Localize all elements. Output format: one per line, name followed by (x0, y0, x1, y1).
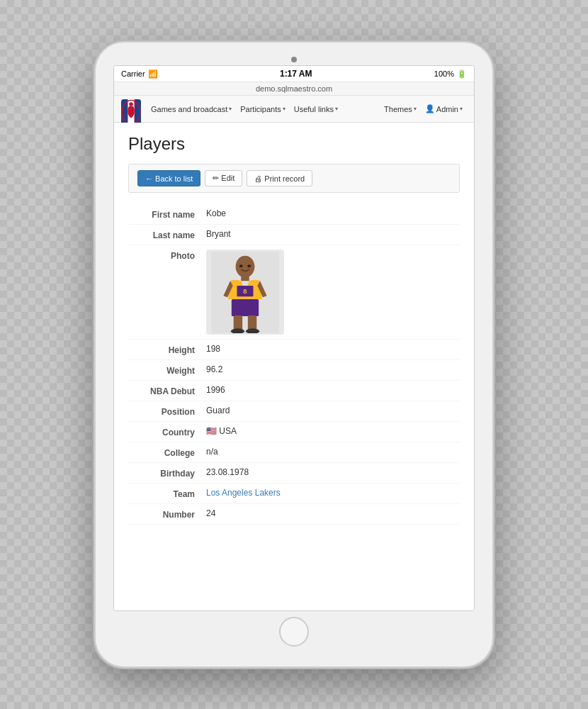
tablet-screen: Carrier 📶 1:17 AM 100% 🔋 demo.sqlmaestro… (113, 65, 475, 611)
chevron-down-icon: ▾ (283, 106, 285, 112)
field-value-lastname: Bryant (206, 229, 460, 239)
url-text: demo.sqlmaestro.com (256, 84, 332, 93)
tablet-top (107, 57, 481, 62)
field-label-firstname: First name (128, 208, 206, 220)
chevron-down-icon: ▾ (229, 106, 232, 112)
team-link[interactable]: Los Angeles Lakers (206, 488, 281, 498)
record-row: Birthday 23.08.1978 (128, 463, 460, 484)
nav-links[interactable]: Useful links ▾ (290, 101, 342, 118)
field-value-firstname: Kobe (206, 208, 460, 218)
record-row: First name Kobe (128, 204, 460, 225)
field-label-number: Number (128, 508, 206, 520)
svg-point-8 (236, 255, 255, 277)
home-button[interactable] (279, 617, 309, 647)
record-row: Photo (128, 245, 460, 340)
url-bar[interactable]: demo.sqlmaestro.com (114, 82, 474, 96)
record-row: Country 🇺🇸 USA (128, 422, 460, 442)
field-label-country: Country (128, 426, 206, 437)
field-value-nbadebut: 1996 (206, 385, 460, 395)
field-value-country: 🇺🇸 USA (206, 426, 460, 436)
battery-icon: 🔋 (457, 69, 467, 79)
field-label-birthday: Birthday (128, 467, 206, 479)
field-value-number: 24 (206, 508, 460, 518)
record-row: Team Los Angeles Lakers (128, 484, 460, 504)
chevron-down-icon: ▾ (414, 106, 417, 112)
chevron-down-icon: ▾ (335, 106, 338, 112)
field-value-photo: 8 (206, 250, 460, 335)
status-bar-left: Carrier 📶 (121, 69, 158, 79)
field-value-weight: 96.2 (206, 364, 460, 374)
nav-admin[interactable]: 👤 Admin ▾ (421, 100, 467, 118)
status-bar-right: 100% 🔋 (434, 69, 467, 79)
nav-items: Games and broadcast ▾ Participants ▾ Use… (147, 100, 467, 118)
record-row: Number 24 (128, 504, 460, 525)
battery-label: 100% (434, 69, 454, 78)
record-row: NBA Debut 1996 (128, 381, 460, 401)
field-label-team: Team (128, 488, 206, 499)
record-row: Last name Bryant (128, 225, 460, 245)
field-label-nbadebut: NBA Debut (128, 385, 206, 396)
action-bar: ← Back to list ✏ Edit 🖨 Print record (128, 164, 460, 193)
svg-point-6 (129, 102, 133, 106)
record-row: College n/a (128, 442, 460, 463)
field-value-team: Los Angeles Lakers (206, 488, 460, 498)
print-button[interactable]: 🖨 Print record (247, 170, 312, 186)
status-time: 1:17 AM (280, 69, 312, 79)
nav-games[interactable]: Games and broadcast ▾ (147, 101, 236, 118)
field-value-college: n/a (206, 447, 460, 457)
back-to-list-button[interactable]: ← Back to list (137, 170, 200, 186)
nav-right: Themes ▾ 👤 Admin ▾ (380, 100, 467, 118)
player-photo: 8 (206, 250, 284, 335)
nav-bar: Games and broadcast ▾ Participants ▾ Use… (114, 96, 474, 123)
svg-text:8: 8 (243, 287, 247, 295)
field-label-photo: Photo (128, 250, 206, 261)
field-label-weight: Weight (128, 364, 206, 376)
page-title: Players (128, 134, 460, 154)
camera-dot (291, 57, 297, 62)
svg-rect-14 (248, 316, 256, 330)
record-row: Height 198 (128, 340, 460, 360)
field-label-college: College (128, 447, 206, 458)
svg-rect-13 (234, 316, 242, 330)
edit-button[interactable]: ✏ Edit (205, 170, 242, 186)
wifi-icon: 📶 (148, 69, 158, 79)
field-label-lastname: Last name (128, 229, 206, 240)
chevron-down-icon: ▾ (460, 106, 463, 112)
page-content: Players ← Back to list ✏ Edit 🖨 Print re… (114, 123, 474, 610)
svg-rect-12 (232, 299, 259, 316)
field-label-height: Height (128, 344, 206, 355)
field-value-position: Guard (206, 406, 460, 415)
field-value-birthday: 23.08.1978 (206, 467, 460, 477)
record-table: First name Kobe Last name Bryant Photo (128, 204, 460, 525)
record-row: Position Guard (128, 401, 460, 422)
field-label-position: Position (128, 406, 206, 417)
status-bar: Carrier 📶 1:17 AM 100% 🔋 (114, 66, 474, 82)
carrier-label: Carrier (121, 69, 145, 78)
nav-participants[interactable]: Participants ▾ (236, 101, 289, 118)
nav-themes[interactable]: Themes ▾ (380, 100, 421, 118)
svg-point-18 (247, 264, 251, 267)
record-row: Weight 96.2 (128, 360, 460, 381)
svg-point-17 (239, 264, 243, 267)
svg-rect-9 (241, 275, 249, 281)
field-value-height: 198 (206, 344, 460, 354)
tablet-device: Carrier 📶 1:17 AM 100% 🔋 demo.sqlmaestro… (96, 43, 492, 666)
nba-logo (121, 99, 141, 119)
